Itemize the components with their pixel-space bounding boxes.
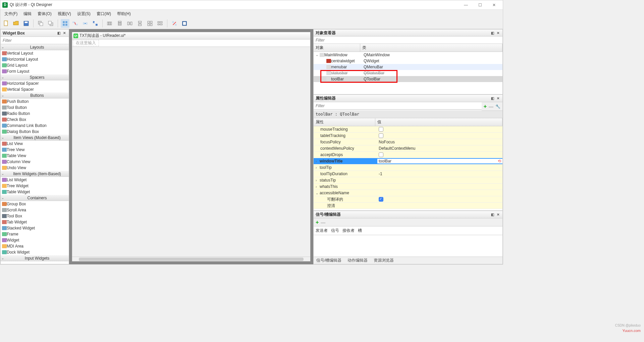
layout-hsplit-icon[interactable] xyxy=(125,19,134,28)
tab-signal-slot[interactable]: 信号/槽编辑器 xyxy=(316,258,341,263)
horizontal-scrollbar[interactable] xyxy=(72,257,310,261)
menu-form[interactable]: 窗体(O) xyxy=(35,10,54,17)
property-row[interactable]: ›statusTip xyxy=(314,177,502,184)
float-icon[interactable]: ◧ xyxy=(490,30,495,35)
reset-icon[interactable]: ⟲ xyxy=(498,159,501,163)
widget-item[interactable]: Tab Widget xyxy=(1,219,69,225)
property-row[interactable]: ›whatsThis xyxy=(314,184,502,190)
tab-action-editor[interactable]: 动作编辑器 xyxy=(347,258,368,263)
object-row[interactable]: centralwidgetQWidget xyxy=(314,58,502,64)
signal-list[interactable] xyxy=(314,235,502,257)
property-row[interactable]: acceptDrops xyxy=(314,152,502,158)
column-value[interactable]: 值 xyxy=(375,118,502,126)
category-header[interactable]: ⌄Spacers xyxy=(1,74,69,80)
tab-resource-browser[interactable]: 资源浏览器 xyxy=(374,258,394,263)
adjust-size-icon[interactable] xyxy=(180,19,189,28)
widget-item[interactable]: Command Link Button xyxy=(1,123,69,129)
widget-item[interactable]: Horizontal Spacer xyxy=(1,80,69,86)
open-file-icon[interactable] xyxy=(12,19,20,28)
property-row[interactable]: toolTipDuration-1 xyxy=(314,171,502,177)
float-icon[interactable]: ◧ xyxy=(490,96,495,101)
widget-item[interactable]: Radio Button xyxy=(1,111,69,117)
layout-grid-icon[interactable] xyxy=(146,19,154,28)
widget-item[interactable]: Horizontal Layout xyxy=(1,56,69,62)
edit-signals-icon[interactable] xyxy=(71,19,79,28)
close-icon[interactable]: ✕ xyxy=(496,96,500,101)
property-row[interactable]: ⌄accessibleName xyxy=(314,190,502,196)
close-icon[interactable]: ✕ xyxy=(62,31,67,36)
layout-horizontal-icon[interactable] xyxy=(105,19,114,28)
widget-item[interactable]: Tool Box xyxy=(1,213,69,219)
widget-item[interactable]: Dock Widget xyxy=(1,249,69,255)
widget-item[interactable]: Scroll Area xyxy=(1,207,69,213)
column-object[interactable]: 对象 xyxy=(314,44,360,52)
property-row[interactable]: tabletTracking xyxy=(314,133,502,139)
widget-item[interactable]: Frame xyxy=(1,231,69,237)
column-sender[interactable]: 发送者 xyxy=(316,228,328,233)
menu-help[interactable]: 帮助(H) xyxy=(114,10,133,17)
menu-view[interactable]: 视图(V) xyxy=(55,10,74,17)
add-property-icon[interactable]: + xyxy=(484,104,487,110)
category-header[interactable]: ⌄Item Widgets (Item-Based) xyxy=(1,171,69,177)
widget-item[interactable]: Tool Button xyxy=(1,105,69,111)
column-receiver[interactable]: 接收者 xyxy=(342,228,355,233)
form-toolbar[interactable]: 在这里输入 xyxy=(72,40,310,47)
widget-item[interactable]: Vertical Layout xyxy=(1,50,69,56)
widget-item[interactable]: MDI Area xyxy=(1,243,69,249)
close-icon[interactable]: ✕ xyxy=(496,212,500,217)
checkbox-icon[interactable] xyxy=(379,197,383,202)
category-header[interactable]: ⌄Buttons xyxy=(1,92,69,98)
remove-signal-icon[interactable]: — xyxy=(321,220,325,225)
category-header[interactable]: ⌄Input Widgets xyxy=(1,255,69,261)
object-row[interactable]: ⌄ MainWindowQMainWindow xyxy=(314,52,502,58)
close-button[interactable]: ✕ xyxy=(490,2,498,8)
column-signal[interactable]: 信号 xyxy=(331,228,339,233)
column-property[interactable]: 属性 xyxy=(314,118,375,126)
property-row[interactable]: focusPolicyNoFocus xyxy=(314,139,502,145)
widget-item[interactable]: Stacked Widget xyxy=(1,225,69,231)
widget-item[interactable]: Form Layout xyxy=(1,68,69,74)
form-canvas[interactable] xyxy=(72,47,310,257)
object-tree[interactable]: ⌄ MainWindowQMainWindow centralwidgetQWi… xyxy=(314,52,502,94)
property-row[interactable]: 可翻译的 xyxy=(314,196,502,203)
widget-item[interactable]: Tree View xyxy=(1,147,69,153)
checkbox-icon[interactable] xyxy=(379,133,383,138)
menu-window[interactable]: 窗口(W) xyxy=(94,10,114,17)
checkbox-icon[interactable] xyxy=(379,127,383,132)
menu-file[interactable]: 文件(F) xyxy=(2,10,20,17)
property-row[interactable]: ›windowTitle⟲ xyxy=(314,158,502,164)
checkbox-icon[interactable] xyxy=(379,152,383,157)
edit-tab-order-icon[interactable]: 1 xyxy=(91,19,100,28)
property-list[interactable]: mouseTrackingtabletTrackingfocusPolicyNo… xyxy=(314,126,502,210)
widget-item[interactable]: Widget xyxy=(1,237,69,243)
column-class[interactable]: 类 xyxy=(360,44,502,52)
category-header[interactable]: ⌄Containers xyxy=(1,195,69,201)
widget-item[interactable]: Column View xyxy=(1,159,69,165)
remove-property-icon[interactable]: — xyxy=(489,104,493,109)
category-header[interactable]: ⌄Layouts xyxy=(1,44,69,50)
property-filter[interactable] xyxy=(314,102,482,110)
menu-edit[interactable]: 编辑 xyxy=(21,10,34,17)
break-layout-icon[interactable] xyxy=(170,19,179,28)
bring-front-icon[interactable] xyxy=(46,19,55,28)
category-header[interactable]: ⌄Item Views (Model-Based) xyxy=(1,135,69,141)
edit-buddies-icon[interactable] xyxy=(81,19,90,28)
add-signal-icon[interactable]: + xyxy=(316,219,319,225)
widget-item[interactable]: Table Widget xyxy=(1,189,69,195)
maximize-button[interactable]: ☐ xyxy=(476,2,484,8)
object-row[interactable]: toolBarQToolBar xyxy=(314,76,502,82)
minimize-button[interactable]: — xyxy=(462,2,470,8)
toolbar-hint[interactable]: 在这里输入 xyxy=(73,40,99,46)
edit-widgets-icon[interactable] xyxy=(61,19,69,28)
config-icon[interactable]: 🔧 xyxy=(495,104,500,109)
widget-tree[interactable]: ⌄Layouts Vertical Layout Horizontal Layo… xyxy=(1,44,69,264)
widget-item[interactable]: Push Button xyxy=(1,98,69,105)
widget-item[interactable]: Dialog Button Box xyxy=(1,129,69,135)
widget-item[interactable]: Check Box xyxy=(1,117,69,123)
layout-form-icon[interactable] xyxy=(156,19,164,28)
property-row[interactable]: contextMenuPolicyDefaultContextMenu xyxy=(314,145,502,152)
new-file-icon[interactable] xyxy=(2,19,10,28)
property-row[interactable]: ›toolTip xyxy=(314,164,502,171)
widget-item[interactable]: List Widget xyxy=(1,177,69,183)
layout-vertical-icon[interactable] xyxy=(115,19,124,28)
